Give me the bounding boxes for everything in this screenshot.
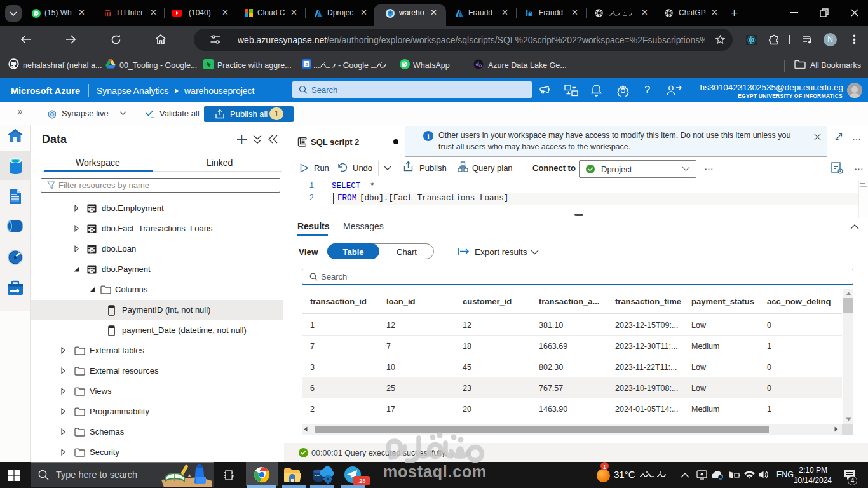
svg-text:2: 2 xyxy=(305,62,308,67)
